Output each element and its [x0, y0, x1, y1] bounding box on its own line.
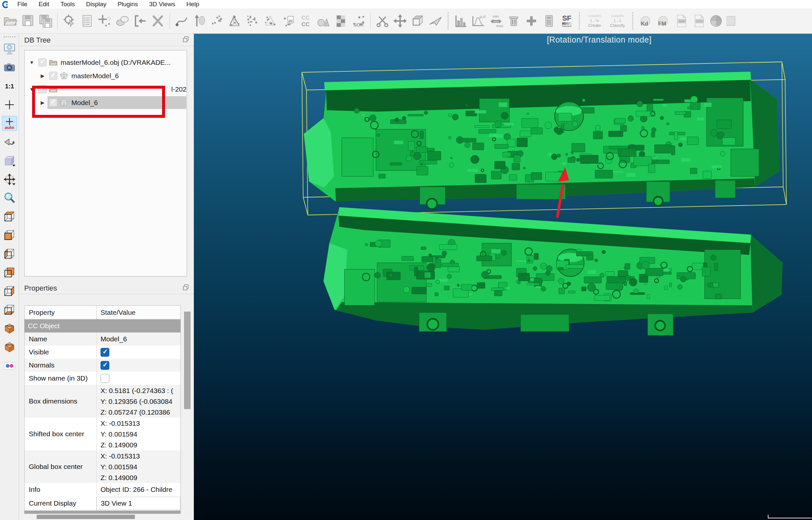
cloud-cloud-distance-button[interactable]: CCCC — [297, 11, 314, 30]
toolbar-group-handle[interactable] — [579, 12, 580, 29]
segment-polyline-button[interactable] — [174, 11, 190, 30]
interaction-mode-label: [Rotation/Translation mode] — [547, 35, 652, 45]
view-top-button[interactable] — [2, 209, 17, 224]
zoom-fit-button[interactable] — [2, 190, 17, 206]
mesh-sampling-button[interactable] — [262, 11, 278, 30]
current-display-dropdown[interactable]: 3D View 1 — [97, 497, 180, 510]
save-copy-button[interactable] — [37, 11, 54, 30]
tree-item-label: l-202... — [171, 85, 187, 93]
svg-text:min: min — [493, 14, 499, 18]
view-iso-front-button[interactable]: FRONT — [2, 321, 17, 336]
view-left-button[interactable] — [2, 246, 17, 261]
cloud-sampling-button[interactable] — [244, 11, 261, 30]
view-back-button[interactable] — [2, 265, 17, 280]
compute-normals-button[interactable] — [191, 11, 208, 30]
csv-export-button[interactable]: CSV — [690, 11, 707, 30]
point-list-picking-button[interactable] — [97, 11, 113, 30]
menu-plugins[interactable]: Plugins — [112, 0, 144, 8]
histogram-button[interactable] — [453, 11, 469, 30]
mesh-model-bottom[interactable] — [324, 207, 783, 335]
clipping-box-button[interactable] — [410, 11, 426, 30]
canupo-classify-button[interactable]: CANUPOξ→ξClassify — [607, 11, 628, 30]
facets-button[interactable]: FM — [655, 11, 671, 30]
view-front-button[interactable] — [2, 228, 17, 243]
primitive-factory-button[interactable] — [315, 11, 331, 30]
mesh-triangulation-button[interactable] — [227, 11, 243, 30]
sphere-tool-button[interactable] — [708, 11, 724, 30]
toolbar-separator — [370, 13, 371, 29]
view-right-button[interactable] — [2, 284, 17, 299]
db-tree: masterModel_6.obj (D:/VRAKADE... masterM… — [24, 50, 187, 277]
translate-rotate-button[interactable] — [392, 11, 408, 30]
properties-list-button[interactable] — [79, 11, 95, 30]
svg-text:Classify: Classify — [610, 23, 625, 28]
properties-horizontal-scrollbar[interactable] — [19, 514, 194, 520]
svg-text:ξ→ξ: ξ→ξ — [614, 18, 621, 23]
auto-pick-center-button[interactable]: auto — [2, 116, 17, 131]
menu-display[interactable]: Display — [80, 0, 112, 8]
toolbar-drag-handle[interactable] — [4, 36, 16, 37]
properties-vertical-scrollbar[interactable] — [183, 310, 191, 511]
register-button[interactable] — [280, 11, 296, 30]
refresh-display-button[interactable] — [2, 41, 17, 56]
open-button[interactable] — [2, 11, 18, 30]
sor-filter-button[interactable]: SOR — [350, 11, 367, 30]
toolbar-group-handle[interactable] — [632, 12, 633, 29]
svg-text:BACK: BACK — [6, 343, 13, 346]
shp-export-button[interactable]: SHP — [673, 11, 689, 30]
save-button[interactable] — [20, 11, 36, 30]
table-header: Property State/Value — [25, 306, 180, 319]
delete-button[interactable] — [150, 11, 166, 30]
normals-checkbox[interactable] — [101, 361, 109, 370]
zoom-1-1-button[interactable]: 1:1 — [2, 79, 17, 94]
kd-tree-button[interactable]: Kd — [637, 11, 654, 30]
rotation-mode-button[interactable] — [2, 172, 17, 187]
toolbar-group-handle[interactable] — [448, 12, 449, 29]
svg-text:μ,σ: μ,σ — [479, 14, 486, 19]
collapse-icon[interactable] — [38, 73, 47, 79]
visibility-checkbox[interactable] — [49, 72, 57, 80]
delete-scalar-field-button[interactable] — [506, 11, 522, 30]
subsample-button[interactable] — [209, 11, 225, 30]
stereo-mode-button[interactable] — [2, 358, 17, 373]
menu-help[interactable]: Help — [181, 0, 205, 8]
visible-checkbox[interactable] — [101, 348, 109, 357]
scrollbar-thumb[interactable] — [184, 312, 191, 409]
view-iso-back-button[interactable]: BACK — [2, 340, 17, 355]
sf-arithmetic-button[interactable] — [541, 11, 557, 30]
gaussian-filter-button[interactable]: μ,σ — [470, 11, 486, 30]
scrollbar-thumb[interactable] — [37, 515, 135, 519]
level-button[interactable] — [427, 11, 443, 30]
menu-edit[interactable]: Edit — [33, 0, 55, 8]
scale-bar — [768, 515, 812, 518]
undock-icon[interactable] — [183, 36, 189, 45]
screenshot-button[interactable] — [2, 60, 17, 75]
pick-point-button[interactable] — [61, 11, 78, 30]
scalar-field-button[interactable]: SF — [559, 11, 575, 30]
view-bottom-button[interactable] — [2, 303, 17, 317]
add-constant-sf-button[interactable] — [523, 11, 539, 30]
tree-item-label: masterModel_6 — [71, 72, 119, 80]
pivot-visibility-button[interactable] — [2, 134, 17, 150]
apply-transformation-button[interactable] — [132, 11, 148, 30]
menu-3d-views[interactable]: 3D Views — [144, 0, 181, 8]
minmax-filter-button[interactable]: minmax — [488, 11, 504, 30]
tree-item-mesh[interactable]: masterModel_6 — [25, 69, 187, 82]
clipped-edge-button[interactable] — [726, 11, 742, 30]
viewport-3d[interactable]: [Rotation/Translation mode] — [194, 34, 812, 520]
scissors-segment-button[interactable] — [374, 11, 390, 30]
undock-icon[interactable] — [183, 284, 189, 292]
mesh-model-top[interactable] — [304, 72, 779, 209]
show-name-checkbox[interactable] — [101, 374, 109, 383]
pick-rotation-center-button[interactable] — [2, 97, 17, 112]
texture-checker-button[interactable] — [333, 11, 349, 30]
menu-tools[interactable]: Tools — [55, 0, 80, 8]
expand-icon[interactable] — [27, 59, 36, 65]
properties-panel-header: Properties — [19, 282, 194, 294]
clone-button[interactable] — [114, 11, 131, 30]
menu-file[interactable]: File — [12, 0, 33, 8]
visibility-checkbox[interactable] — [38, 58, 47, 67]
canupo-create-button[interactable]: CANUPOξ→%Create — [584, 11, 605, 30]
tree-item-file[interactable]: masterModel_6.obj (D:/VRAKADE... — [25, 56, 187, 69]
perspective-view-button[interactable] — [2, 153, 17, 168]
